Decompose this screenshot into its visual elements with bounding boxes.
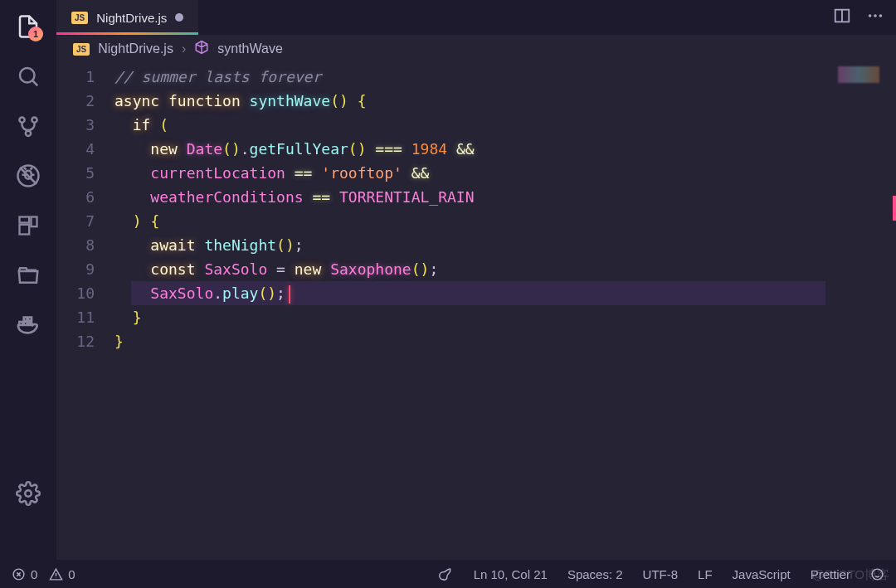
svg-point-12 (879, 14, 883, 17)
editor-area: JS NightDrive.js JS NightDrive.js › synt… (56, 0, 896, 560)
activity-bar: 1 (0, 0, 56, 560)
explorer-icon[interactable]: 1 (12, 10, 45, 43)
split-editor-icon[interactable] (833, 7, 851, 28)
status-encoding[interactable]: UTF-8 (643, 567, 679, 581)
chevron-right-icon: › (182, 41, 186, 56)
svg-rect-5 (20, 225, 30, 235)
explorer-badge: 1 (28, 27, 43, 41)
extensions-icon[interactable] (12, 209, 45, 242)
svg-point-1 (19, 117, 24, 122)
debug-icon[interactable] (12, 159, 45, 192)
svg-rect-7 (32, 217, 37, 227)
search-icon[interactable] (12, 60, 45, 93)
svg-point-11 (874, 14, 877, 17)
breadcrumb-symbol[interactable]: synthWave (217, 41, 283, 56)
svg-point-10 (869, 14, 872, 17)
status-eol[interactable]: LF (698, 567, 713, 581)
svg-point-0 (20, 68, 35, 83)
svg-rect-6 (20, 217, 30, 223)
dirty-indicator-icon (175, 13, 183, 22)
code-editor[interactable]: 1 2 3 4 5 6 7 8 9 10 11 12 // summer las… (56, 63, 896, 560)
tab-title: NightDrive.js (96, 11, 167, 25)
status-bar: 0 0 Ln 10, Col 21 Spaces: 2 UTF-8 LF Jav… (0, 560, 896, 588)
js-lang-icon: JS (71, 12, 88, 24)
cursor (289, 285, 291, 304)
more-actions-icon[interactable] (866, 7, 884, 28)
status-language[interactable]: JavaScript (733, 567, 791, 581)
status-warnings[interactable]: 0 (49, 567, 75, 581)
svg-point-8 (25, 490, 32, 497)
breadcrumb-file[interactable]: NightDrive.js (98, 41, 173, 56)
svg-point-3 (26, 131, 31, 136)
js-lang-icon: JS (73, 43, 90, 56)
svg-point-2 (32, 117, 37, 122)
code-content[interactable]: // summer lasts forever async function s… (114, 65, 896, 560)
status-indentation[interactable]: Spaces: 2 (567, 567, 623, 581)
settings-gear-icon[interactable] (12, 477, 45, 510)
breadcrumb[interactable]: JS NightDrive.js › synthWave (56, 35, 896, 63)
docker-icon[interactable] (12, 309, 45, 342)
line-gutter: 1 2 3 4 5 6 7 8 9 10 11 12 (56, 65, 114, 560)
folder-icon[interactable] (12, 259, 45, 292)
symbol-icon (194, 40, 209, 58)
source-control-icon[interactable] (12, 109, 45, 143)
status-cursor-position[interactable]: Ln 10, Col 21 (474, 567, 548, 581)
status-errors[interactable]: 0 (12, 567, 37, 581)
watermark: @51CTO博客 (812, 567, 889, 583)
status-paint-icon[interactable] (439, 566, 454, 581)
tab-nightdrive[interactable]: JS NightDrive.js (56, 0, 198, 35)
tab-bar: JS NightDrive.js (56, 0, 896, 35)
